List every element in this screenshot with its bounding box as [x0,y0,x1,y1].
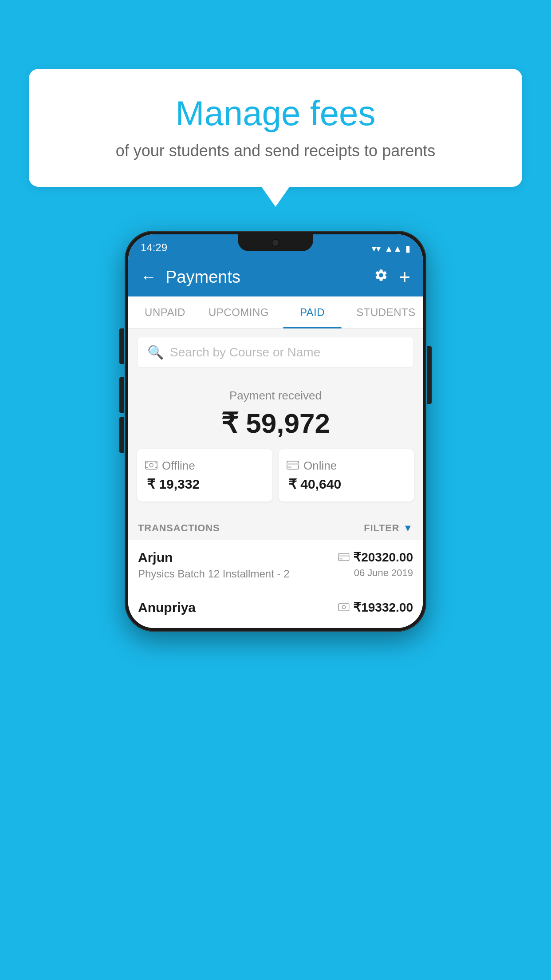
svg-rect-7 [287,463,299,465]
status-icons: ▾▾ ▲▲ ▮ [372,243,410,254]
phone-screen: 14:29 ▾▾ ▲▲ ▮ ← Payments + [128,234,423,628]
transaction-date: 06 June 2019 [338,567,413,579]
wifi-icon: ▾▾ [372,243,381,254]
card-payment-icon [338,550,350,564]
tab-paid[interactable]: PAID [276,296,349,328]
app-header: ← Payments + [128,257,423,296]
svg-point-1 [150,463,153,467]
camera-notch [272,239,279,247]
speech-bubble: Manage fees of your students and send re… [29,69,522,187]
online-amount: ₹ 40,640 [287,476,341,492]
tab-unpaid[interactable]: UNPAID [128,296,202,328]
transaction-right-arjun: ₹20320.00 06 June 2019 [338,550,413,579]
tabs-bar: UNPAID UPCOMING PAID STUDENTS [128,296,423,329]
search-icon: 🔍 [147,344,164,360]
filter-icon: ▼ [403,522,413,534]
transaction-left-arjun: Arjun Physics Batch 12 Installment - 2 [138,550,338,580]
offline-payment-card: Offline ₹ 19,332 [137,449,272,502]
battery-icon: ▮ [405,243,410,254]
page-title: Payments [165,268,365,287]
offline-label: Offline [162,459,195,473]
svg-rect-0 [146,461,157,469]
svg-rect-9 [339,553,349,561]
transaction-right-anupriya: ₹19332.00 [338,600,413,617]
settings-icon[interactable] [374,268,388,286]
status-time: 14:29 [141,241,167,254]
tab-upcoming[interactable]: UPCOMING [202,296,276,328]
speech-bubble-container: Manage fees of your students and send re… [29,69,522,187]
table-row[interactable]: Arjun Physics Batch 12 Installment - 2 [128,540,423,590]
payment-received-label: Payment received [137,389,414,403]
phone-notch [238,234,313,251]
svg-rect-12 [339,604,349,611]
online-card-header: Online [287,459,337,473]
transaction-amount: ₹20320.00 [353,550,413,565]
cash-icon [145,459,157,473]
add-button[interactable]: + [399,266,410,288]
svg-rect-10 [339,555,349,557]
manage-fees-title: Manage fees [55,93,496,134]
offline-card-header: Offline [145,459,195,473]
transaction-amount-row: ₹20320.00 [338,550,413,565]
transaction-list: Arjun Physics Batch 12 Installment - 2 [128,540,423,628]
svg-rect-6 [287,461,299,469]
transaction-amount: ₹19332.00 [353,600,413,615]
back-button[interactable]: ← [141,268,157,286]
transactions-header: TRANSACTIONS FILTER ▼ [128,513,423,540]
signal-icon: ▲▲ [384,244,402,254]
transaction-amount-row: ₹19332.00 [338,600,413,615]
offline-amount: ₹ 19,332 [145,476,200,492]
online-payment-card: Online ₹ 40,640 [279,449,414,502]
online-label: Online [303,459,337,473]
phone-outer: 14:29 ▾▾ ▲▲ ▮ ← Payments + [125,231,426,632]
svg-point-13 [342,605,346,609]
svg-rect-11 [339,558,342,560]
transaction-name: Arjun [138,550,338,565]
transaction-name: Anupriya [138,600,338,615]
tab-students[interactable]: STUDENTS [349,296,423,328]
transactions-label: TRANSACTIONS [138,522,220,534]
transaction-left-anupriya: Anupriya [138,600,338,618]
search-bar[interactable]: 🔍 Search by Course or Name [137,337,414,368]
svg-rect-8 [288,466,291,468]
phone-mockup: 14:29 ▾▾ ▲▲ ▮ ← Payments + [125,231,426,632]
card-icon [287,459,299,473]
table-row[interactable]: Anupriya ₹19332.00 [128,590,423,628]
search-container: 🔍 Search by Course or Name [128,329,423,375]
manage-fees-subtitle: of your students and send receipts to pa… [55,142,496,160]
search-input[interactable]: Search by Course or Name [170,345,320,360]
payment-summary: Payment received ₹ 59,972 [128,375,423,513]
cash-payment-icon [338,601,350,614]
header-actions: + [374,266,410,288]
filter-button[interactable]: FILTER ▼ [364,522,413,534]
payment-total-amount: ₹ 59,972 [137,407,414,439]
transaction-course: Physics Batch 12 Installment - 2 [138,568,338,580]
filter-text: FILTER [364,522,399,534]
payment-cards: Offline ₹ 19,332 [137,449,414,502]
